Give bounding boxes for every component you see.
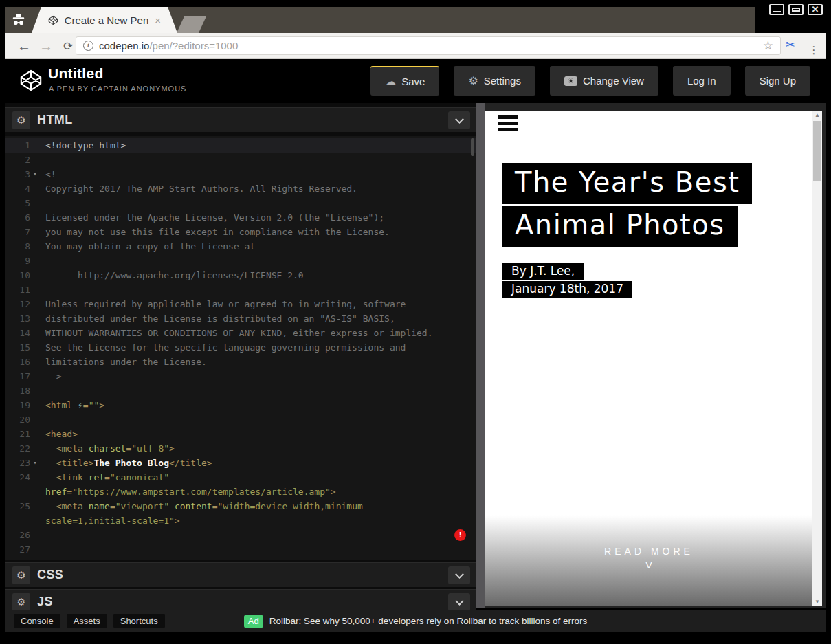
- change-view-button[interactable]: Change View: [550, 66, 658, 96]
- line-number: 21: [5, 427, 30, 441]
- save-button[interactable]: ☁ Save: [370, 66, 439, 96]
- article-title-line2: Animal Photos: [502, 206, 738, 247]
- hamburger-menu-icon[interactable]: [498, 115, 518, 134]
- line-number: 20: [5, 412, 30, 427]
- code-line[interactable]: 14WITHOUT WARRANTIES OR CONDITIONS OF AN…: [5, 326, 476, 340]
- codepen-logo-icon[interactable]: [19, 69, 43, 95]
- code-line[interactable]: href="https://www.ampstart.com/templates…: [5, 485, 476, 499]
- article-byline: By J.T. Lee, January 18th, 2017: [502, 263, 812, 298]
- tab-close-icon[interactable]: ×: [155, 14, 161, 26]
- line-number: 5: [5, 196, 30, 210]
- js-panel-title: JS: [37, 595, 53, 609]
- code-line[interactable]: 25 <meta name="viewport" content="width=…: [5, 499, 476, 513]
- code-line[interactable]: 4Copyright 2017 The AMP Start Authors. A…: [5, 181, 476, 196]
- css-collapse-button[interactable]: [448, 566, 470, 584]
- scroll-up-icon[interactable]: ▲: [812, 111, 822, 120]
- fold-spacer: [30, 470, 40, 485]
- window-controls: ✕: [769, 4, 823, 15]
- code-line[interactable]: 22 <meta charset="utf-8">: [5, 441, 476, 456]
- new-tab-button[interactable]: [176, 16, 206, 34]
- preview-scrollbar-thumb[interactable]: [813, 121, 821, 181]
- fold-spacer: [30, 398, 40, 412]
- browser-tab[interactable]: Create a New Pen ×: [32, 7, 177, 33]
- extension-scissors-icon[interactable]: ✂: [786, 38, 795, 52]
- pen-title[interactable]: Untitled: [48, 65, 104, 82]
- code-text: See the License for the specific languag…: [45, 340, 406, 355]
- fold-spacer: [30, 441, 40, 456]
- read-more-chevron-icon[interactable]: V: [485, 559, 812, 570]
- js-collapse-button[interactable]: [448, 593, 470, 611]
- page-info-icon[interactable]: i: [83, 41, 93, 51]
- address-bar[interactable]: i codepen.io/pen/?editors=1000 ☆: [76, 36, 781, 55]
- cloud-icon: ☁: [385, 75, 396, 88]
- html-settings-gear-icon[interactable]: ⚙: [12, 111, 30, 129]
- url-text[interactable]: codepen.io/pen/?editors=1000: [99, 40, 757, 52]
- code-line[interactable]: 5: [5, 196, 476, 210]
- code-line[interactable]: 2: [5, 153, 476, 167]
- code-line[interactable]: 13distributed under the License is distr…: [5, 311, 476, 326]
- code-line[interactable]: 27: [5, 542, 476, 557]
- code-line[interactable]: 17-->: [5, 369, 476, 384]
- css-settings-gear-icon[interactable]: ⚙: [12, 566, 30, 584]
- code-text: Licensed under the Apache License, Versi…: [45, 210, 384, 225]
- byline-date: January 18th, 2017: [502, 281, 632, 298]
- editor-preview-resizer[interactable]: [476, 103, 485, 608]
- minimize-button[interactable]: [769, 4, 784, 15]
- fold-spacer: [30, 282, 40, 297]
- code-line[interactable]: 26!: [5, 528, 476, 542]
- preview-page: The Year's Best Animal Photos By J.T. Le…: [485, 111, 812, 606]
- code-line[interactable]: 11: [5, 282, 476, 297]
- maximize-button[interactable]: [788, 4, 804, 15]
- read-more-label[interactable]: READ MORE: [485, 546, 812, 557]
- ad-text[interactable]: Rollbar: See why 50,000+ developers rely…: [269, 616, 588, 626]
- line-number: 12: [5, 297, 30, 311]
- preview-pane: The Year's Best Animal Photos By J.T. Le…: [485, 103, 826, 608]
- footer-ad[interactable]: Ad Rollbar: See why 50,000+ developers r…: [5, 610, 826, 632]
- preview-scrollbar[interactable]: ▲ ▼: [812, 111, 822, 606]
- code-line[interactable]: 16limitations under the License.: [5, 355, 476, 369]
- css-panel-title: CSS: [37, 568, 63, 582]
- code-line[interactable]: 19<html ⚡="">: [5, 398, 476, 412]
- code-line[interactable]: 24 <link rel="canonical": [5, 470, 476, 485]
- js-settings-gear-icon[interactable]: ⚙: [12, 593, 30, 611]
- code-line[interactable]: 7you may not use this file except in com…: [5, 225, 476, 239]
- signup-button[interactable]: Sign Up: [745, 66, 810, 96]
- pen-byline: A PEN BY CAPTAIN ANONYMOUS: [49, 85, 186, 93]
- code-text: href="https://www.ampstart.com/templates…: [45, 485, 336, 499]
- fold-spacer: [30, 297, 40, 311]
- close-window-button[interactable]: ✕: [808, 4, 823, 15]
- back-icon[interactable]: ←: [14, 33, 34, 59]
- codepen-header: Untitled A PEN BY CAPTAIN ANONYMOUS ☁ Sa…: [5, 59, 826, 103]
- code-line[interactable]: 21<head>: [5, 427, 476, 441]
- code-text: -->: [45, 369, 61, 384]
- code-line[interactable]: 12Unless required by applicable law or a…: [5, 297, 476, 311]
- read-more-overlay: READ MORE V: [485, 515, 812, 606]
- fold-spacer: [30, 268, 40, 282]
- code-line[interactable]: 20: [5, 412, 476, 427]
- editor-scrollbar-thumb[interactable]: [471, 138, 474, 156]
- code-line[interactable]: 10 http://www.apache.org/licenses/LICENS…: [5, 268, 476, 282]
- code-line[interactable]: 23▾ <title>The Photo Blog</title>: [5, 456, 476, 470]
- html-code-editor[interactable]: 1<!doctype html>23▾<!---4Copyright 2017 …: [5, 136, 476, 560]
- login-button[interactable]: Log In: [673, 66, 731, 96]
- code-line[interactable]: scale=1,initial-scale=1">: [5, 513, 476, 528]
- code-line[interactable]: 9: [5, 254, 476, 268]
- code-line[interactable]: 3▾<!---: [5, 167, 476, 181]
- html-collapse-button[interactable]: [448, 111, 470, 129]
- error-badge[interactable]: !: [454, 529, 466, 541]
- line-number: 8: [5, 239, 30, 254]
- settings-button[interactable]: ⚙ Settings: [454, 66, 535, 96]
- fold-marker-icon[interactable]: ▾: [30, 456, 40, 470]
- fold-spacer: [30, 326, 40, 340]
- bookmark-star-icon[interactable]: ☆: [763, 38, 773, 53]
- code-line[interactable]: 6Licensed under the Apache License, Vers…: [5, 210, 476, 225]
- html-panel-header: ⚙ HTML: [5, 107, 476, 132]
- html-panel-title: HTML: [37, 113, 73, 127]
- code-line[interactable]: 15See the License for the specific langu…: [5, 340, 476, 355]
- scroll-down-icon[interactable]: ▼: [812, 598, 822, 606]
- code-line[interactable]: 18: [5, 384, 476, 398]
- fold-marker-icon[interactable]: ▾: [30, 167, 40, 181]
- code-line[interactable]: 1<!doctype html>: [5, 138, 476, 153]
- chevron-down-icon: [455, 570, 464, 579]
- code-line[interactable]: 8You may obtain a copy of the License at: [5, 239, 476, 254]
